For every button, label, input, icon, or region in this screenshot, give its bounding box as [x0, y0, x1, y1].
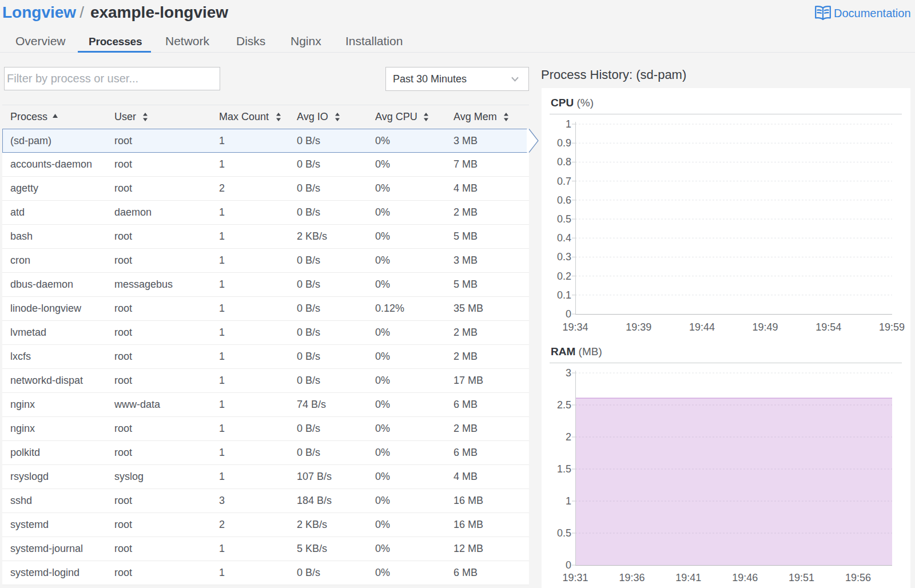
svg-text:0.6: 0.6	[557, 194, 571, 206]
svg-text:19:31: 19:31	[562, 572, 588, 583]
svg-text:0.1: 0.1	[557, 289, 571, 301]
svg-text:19:39: 19:39	[626, 321, 651, 333]
svg-text:2.5: 2.5	[557, 399, 571, 411]
svg-text:1: 1	[566, 118, 571, 130]
svg-text:CPU (%): CPU (%)	[551, 97, 594, 109]
svg-text:RAM (MB): RAM (MB)	[551, 345, 602, 357]
svg-text:1: 1	[566, 495, 571, 507]
svg-text:19:36: 19:36	[619, 572, 645, 583]
svg-text:0: 0	[566, 559, 571, 571]
svg-text:19:54: 19:54	[815, 321, 841, 333]
svg-text:19:41: 19:41	[675, 572, 701, 583]
svg-text:0.4: 0.4	[557, 232, 571, 244]
svg-text:0.2: 0.2	[557, 271, 571, 282]
svg-text:0.3: 0.3	[557, 251, 571, 263]
svg-text:2: 2	[566, 431, 571, 443]
svg-text:19:34: 19:34	[562, 321, 588, 333]
svg-text:0.5: 0.5	[557, 213, 571, 225]
svg-text:19:44: 19:44	[689, 321, 715, 333]
svg-text:19:51: 19:51	[789, 572, 814, 583]
svg-text:0.5: 0.5	[557, 527, 571, 539]
svg-text:0.8: 0.8	[557, 156, 571, 168]
svg-text:0.7: 0.7	[557, 176, 571, 187]
svg-text:0.9: 0.9	[557, 137, 571, 149]
svg-text:19:59: 19:59	[879, 321, 905, 333]
svg-text:3: 3	[566, 367, 571, 379]
svg-text:1.5: 1.5	[557, 463, 571, 475]
svg-text:0: 0	[566, 308, 571, 320]
svg-text:19:46: 19:46	[732, 572, 758, 583]
svg-text:19:56: 19:56	[845, 572, 871, 583]
svg-text:19:49: 19:49	[753, 321, 778, 333]
